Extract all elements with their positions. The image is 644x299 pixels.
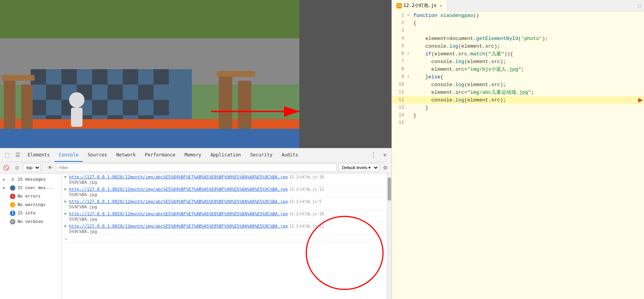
tab-security[interactable]: Security: [246, 148, 277, 162]
line-number-7[interactable]: 7: [392, 59, 407, 64]
console-settings-button[interactable]: ⚙: [381, 163, 390, 172]
sidebar-user-messages[interactable]: ▶ 👤 15 user mes...: [0, 184, 61, 192]
red-arrow-svg: [211, 102, 299, 121]
line-content-14: }: [412, 113, 644, 118]
msg-expand-5[interactable]: ▶: [64, 224, 69, 228]
msg-url-5[interactable]: http://127.0.0.1:8020/12month/img/abc%E5…: [69, 224, 288, 229]
more-tabs-button[interactable]: ⋮: [367, 148, 380, 162]
tab-audits[interactable]: Audits: [277, 148, 303, 162]
line-content-13: }: [412, 105, 644, 111]
line-content-6: if(element.src.match("儿童")){: [412, 50, 644, 57]
line-eq-6: =: [407, 51, 412, 56]
msg-expand-4[interactable]: ▶: [64, 211, 69, 216]
line-number-14[interactable]: 14: [392, 113, 407, 118]
sidebar-verbose[interactable]: ▶ ⚙ No verbose: [0, 218, 61, 226]
msg-url-4[interactable]: http://127.0.0.1:8020/12month/img/abc%E5…: [69, 211, 288, 216]
msg-expand-2[interactable]: ▶: [64, 187, 69, 191]
line-number-3[interactable]: 3: [392, 28, 407, 33]
console-scrollbar[interactable]: [387, 174, 391, 299]
line-content-7: console.log(element.src);: [412, 59, 644, 65]
line-number-9[interactable]: 9: [392, 74, 407, 80]
code-line-8: 8 element.src="img/bjs小蓝人.jpg";: [392, 65, 644, 73]
line-content-11: element.src="img/abc儿童运动场.jpg";: [412, 89, 644, 96]
svg-rect-8: [154, 69, 169, 85]
tab-sources[interactable]: Sources: [83, 148, 112, 162]
line-number-6[interactable]: 6: [392, 51, 407, 56]
line-content-8: element.src="img/bjs小蓝人.jpg";: [412, 66, 644, 73]
line-content-12: console.log(element.src);: [412, 97, 644, 103]
messages-count: 15 messages: [18, 177, 46, 182]
sidebar-all-messages[interactable]: ▶ ≡ 15 messages: [0, 175, 61, 184]
console-filter-icon[interactable]: ⊙: [12, 163, 21, 172]
console-prompt: ›: [61, 235, 387, 243]
console-content: ▶ ≡ 15 messages ▶ 👤 15 user mes... ▶ ✕ N…: [0, 174, 391, 299]
line-number-4[interactable]: 4: [392, 36, 407, 41]
clear-console-button[interactable]: 🚫: [2, 163, 11, 172]
msg-content-5: http://127.0.0.1:8020/12month/img/abc%E5…: [69, 224, 384, 234]
error-icon: ✕: [10, 194, 15, 199]
scrollbar-thumb[interactable]: [388, 178, 391, 201]
msg-url-1[interactable]: http://127.0.0.1:8020/12month/img/abc%E5…: [69, 174, 288, 179]
line-number-12[interactable]: 12: [392, 97, 407, 103]
line-number-2[interactable]: 2: [392, 20, 407, 26]
console-message-4: ▶ http://127.0.0.1:8020/12month/img/abc%…: [61, 211, 387, 223]
code-line-7: 7 console.log(element.src);: [392, 58, 644, 65]
svg-rect-26: [2, 75, 35, 81]
tab-memory[interactable]: Memory: [180, 148, 206, 162]
eye-icon[interactable]: 👁: [45, 163, 54, 172]
console-toolbar: 🚫 ⊙ top 👁 Default levels ▾ ⚙: [0, 162, 391, 174]
line-number-13[interactable]: 13: [392, 105, 407, 110]
sidebar-info[interactable]: ▶ ℹ 15 info: [0, 209, 61, 218]
line-content-2: {: [412, 20, 644, 26]
tab-console[interactable]: Console: [54, 148, 83, 162]
info-icon: ℹ: [10, 211, 15, 216]
line-number-8[interactable]: 8: [392, 66, 407, 72]
svg-rect-5: [61, 69, 77, 85]
editor-tab-close[interactable]: ✕: [440, 3, 443, 8]
device-icon[interactable]: ☰: [12, 150, 23, 160]
msg-url-2[interactable]: http://127.0.0.1:8020/12month/img/abc%E5…: [69, 187, 288, 192]
editor-expand-button[interactable]: ⬚: [635, 3, 644, 8]
msg-content-4: http://127.0.0.1:8020/12month/img/abc%E5…: [69, 211, 384, 222]
msg-url-3[interactable]: http://127.0.0.1:8020/12month/img/abc%E5…: [69, 199, 288, 204]
expand-icon: ▶: [3, 186, 8, 190]
svg-rect-15: [92, 100, 107, 115]
code-line-2: 2 {: [392, 19, 644, 27]
tab-network[interactable]: Network: [112, 148, 140, 162]
console-message-5: ▶ http://127.0.0.1:8020/12month/img/abc%…: [61, 223, 387, 235]
close-devtools-button[interactable]: ✕: [380, 148, 390, 162]
main-container: ⬚ ☰ Elements Console Sources Network Per…: [0, 0, 644, 299]
code-line-3: 3: [392, 27, 644, 35]
tab-performance[interactable]: Performance: [140, 148, 180, 162]
sidebar-errors[interactable]: ▶ ✕ No errors: [0, 192, 61, 201]
editor-tab-file[interactable]: JS 12.2小灯泡.js ✕: [392, 0, 447, 12]
levels-dropdown[interactable]: Default levels ▾: [339, 163, 379, 172]
line-number-15[interactable]: 15: [392, 120, 407, 126]
code-line-13: 13 }: [392, 104, 644, 111]
code-line-4: 4 element=document.getElementById('photo…: [392, 35, 644, 42]
msg-source-3: 12.2小灯泡.js:5: [289, 199, 322, 204]
console-message-1: ▶ http://127.0.0.1:8020/12month/img/abc%…: [61, 174, 387, 186]
context-select[interactable]: top: [23, 163, 41, 172]
filter-input[interactable]: [56, 163, 337, 172]
line-number-1[interactable]: 1: [392, 13, 407, 18]
svg-rect-23: [0, 129, 299, 148]
playground-image: [0, 0, 299, 148]
inspect-icon[interactable]: ⬚: [2, 150, 12, 160]
code-line-12: 12 console.log(element.src);: [392, 96, 644, 104]
line-number-5[interactable]: 5: [392, 43, 407, 49]
line-number-11[interactable]: 11: [392, 90, 407, 95]
sidebar-warnings[interactable]: ▶ ⚠ No warnings: [0, 201, 61, 209]
tab-application[interactable]: Application: [206, 148, 245, 162]
svg-rect-6: [92, 69, 107, 85]
msg-expand-3[interactable]: ▶: [64, 199, 69, 203]
console-input[interactable]: [69, 236, 384, 241]
msg-expand-1[interactable]: ▶: [64, 174, 69, 179]
tab-elements[interactable]: Elements: [23, 148, 54, 162]
warning-icon: ⚠: [10, 202, 15, 208]
code-line-1: 1 = function xiaodengpao(): [392, 12, 644, 19]
code-line-9: 9 = }else{: [392, 73, 644, 81]
line-number-10[interactable]: 10: [392, 82, 407, 87]
msg-source-5: 12.2小灯泡.js:12: [289, 224, 324, 229]
svg-rect-17: [154, 100, 169, 115]
